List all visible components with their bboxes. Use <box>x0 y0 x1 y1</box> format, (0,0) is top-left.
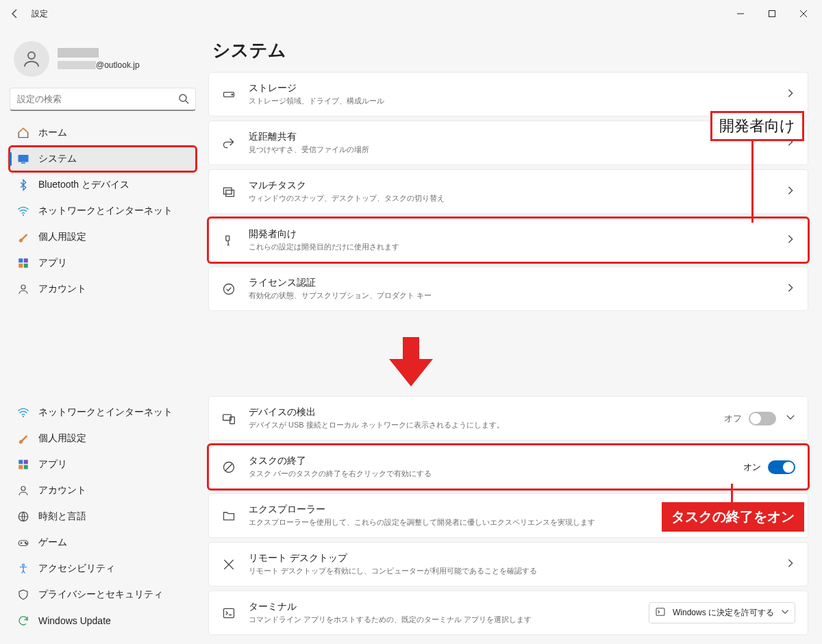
arrow-down-icon <box>383 334 439 389</box>
nav-label: 個人用設定 <box>38 231 86 243</box>
annotation-label: タスクの終了をオン <box>662 502 804 532</box>
update-icon <box>16 614 30 628</box>
nav-label: アカウント <box>38 283 86 295</box>
nav-label: Bluetooth とデバイス <box>38 179 129 191</box>
game-icon <box>16 536 30 549</box>
nav-label: プライバシーとセキュリティ <box>38 589 163 601</box>
nav-apps[interactable]: アプリ <box>10 251 196 275</box>
chevron-down-icon[interactable] <box>786 412 795 425</box>
nav-bluetooth[interactable]: Bluetooth とデバイス <box>10 173 196 197</box>
svg-point-5 <box>179 95 186 101</box>
window-controls <box>725 0 819 27</box>
toggle-state-label: オフ <box>724 412 742 425</box>
nav-apps[interactable]: アプリ <box>10 452 196 477</box>
account-block[interactable]: @outlook.jp <box>10 34 196 88</box>
svg-point-28 <box>25 542 26 543</box>
device-icon <box>221 411 236 426</box>
svg-point-14 <box>21 285 25 289</box>
toggle-on[interactable] <box>768 460 795 474</box>
account-name-redacted <box>58 48 99 58</box>
nav-home[interactable]: ホーム <box>10 121 196 145</box>
bluetooth-icon <box>16 178 30 192</box>
row-remote-desktop[interactable]: リモート デスクトップリモート デスクトップを有効にし、コンピューターが利用可能… <box>208 542 808 586</box>
row-terminal[interactable]: ターミナルコマンドライン アプリをホストするための、既定のターミナル アプリを選… <box>208 591 808 635</box>
svg-rect-35 <box>224 608 234 617</box>
nav-label: ゲーム <box>38 536 67 549</box>
row-sub: ストレージ領域、ドライブ、構成ルール <box>249 96 780 106</box>
minimize-button[interactable] <box>725 0 756 27</box>
row-sub: これらの設定は開発目的だけに使用されます <box>249 242 780 252</box>
nav-system[interactable]: システム <box>10 147 196 171</box>
storage-icon <box>221 87 236 102</box>
nav-label: アプリ <box>38 458 67 471</box>
svg-line-6 <box>186 101 188 103</box>
multitask-icon <box>221 184 236 199</box>
close-button[interactable] <box>788 0 819 27</box>
brush-icon <box>16 230 30 244</box>
search-box[interactable] <box>10 88 196 111</box>
row-developer[interactable]: 開発者向けこれらの設定は開発目的だけに使用されます <box>208 218 808 262</box>
search-icon <box>178 93 189 107</box>
apps-icon <box>16 256 30 270</box>
row-storage[interactable]: ストレージストレージ領域、ドライブ、構成ルール <box>208 72 808 116</box>
row-title: リモート デスクトップ <box>249 552 780 565</box>
terminal-default-dropdown[interactable]: Windows に決定を許可する <box>649 602 795 623</box>
developer-icon <box>221 233 236 248</box>
check-circle-icon <box>221 282 236 297</box>
maximize-button[interactable] <box>756 0 788 27</box>
apps-icon <box>16 458 30 471</box>
annotation-line <box>751 140 754 223</box>
row-sub: 有効化の状態、サブスクリプション、プロダクト キー <box>249 290 780 301</box>
nav-label: 個人用設定 <box>38 432 86 445</box>
toggle-off[interactable] <box>749 412 776 425</box>
account-icon <box>16 282 30 296</box>
display-icon <box>16 152 30 166</box>
nav-label: ネットワークとインターネット <box>38 205 173 217</box>
account-email: @outlook.jp <box>58 60 140 70</box>
svg-rect-22 <box>24 460 28 464</box>
nav-accessibility[interactable]: アクセシビリティ <box>10 556 196 581</box>
chevron-right-icon <box>786 234 795 247</box>
nav-label: アクセシビリティ <box>38 562 115 575</box>
row-end-task[interactable]: タスクの終了タスク バーのタスクの終了を右クリックで有効にする オン <box>208 445 808 489</box>
row-sub: リモート デスクトップを有効にし、コンピューターが利用可能であることを確認する <box>249 566 780 576</box>
back-button[interactable] <box>3 1 27 26</box>
annotation-arrow-row <box>0 330 822 393</box>
nav-network[interactable]: ネットワークとインターネット <box>10 199 196 223</box>
nav-accounts[interactable]: アカウント <box>10 478 196 503</box>
row-sub: 見つけやすさ、受信ファイルの場所 <box>249 145 780 155</box>
main-panel-lower: デバイスの検出デバイスが USB 接続とローカル ネットワークに表示されるように… <box>206 396 822 643</box>
svg-rect-23 <box>18 465 23 469</box>
annotation-line <box>731 484 733 504</box>
brush-icon <box>16 432 30 445</box>
nav-personalization[interactable]: 個人用設定 <box>10 426 196 451</box>
annotation-label: 開発者向け <box>710 111 804 141</box>
nav-label: アカウント <box>38 484 86 497</box>
svg-rect-12 <box>18 264 23 268</box>
row-title: 近距離共有 <box>249 131 780 143</box>
chevron-down-icon <box>781 608 789 618</box>
nav-privacy[interactable]: プライバシーとセキュリティ <box>10 582 196 607</box>
nav-label: ホーム <box>38 127 67 139</box>
person-icon <box>21 49 42 69</box>
nav-gaming[interactable]: ゲーム <box>10 530 196 555</box>
nav-personalization[interactable]: 個人用設定 <box>10 225 196 249</box>
row-multitask[interactable]: マルチタスクウィンドウのスナップ、デスクトップ、タスクの切り替え <box>208 169 808 214</box>
nav-network[interactable]: ネットワークとインターネット <box>10 400 196 425</box>
nav: ホーム システム Bluetooth とデバイス ネットワークとインターネット … <box>10 121 196 301</box>
search-input[interactable] <box>10 88 196 111</box>
row-device-discovery[interactable]: デバイスの検出デバイスが USB 接続とローカル ネットワークに表示されるように… <box>208 396 808 441</box>
nav-windows-update[interactable]: Windows Update <box>10 608 196 633</box>
dropdown-value: Windows に決定を許可する <box>673 607 774 619</box>
svg-rect-21 <box>18 460 23 464</box>
account-email-redacted <box>58 61 96 69</box>
svg-point-19 <box>224 284 234 294</box>
nav-time-language[interactable]: 時刻と言語 <box>10 504 196 529</box>
row-activation[interactable]: ライセンス認証有効化の状態、サブスクリプション、プロダクト キー <box>208 267 808 311</box>
account-email-suffix: @outlook.jp <box>96 60 140 70</box>
wifi-icon <box>16 204 30 218</box>
row-title: 開発者向け <box>249 228 780 240</box>
nav-accounts[interactable]: アカウント <box>10 277 196 301</box>
nav-label: システム <box>38 153 77 165</box>
app-title: 設定 <box>32 8 48 20</box>
